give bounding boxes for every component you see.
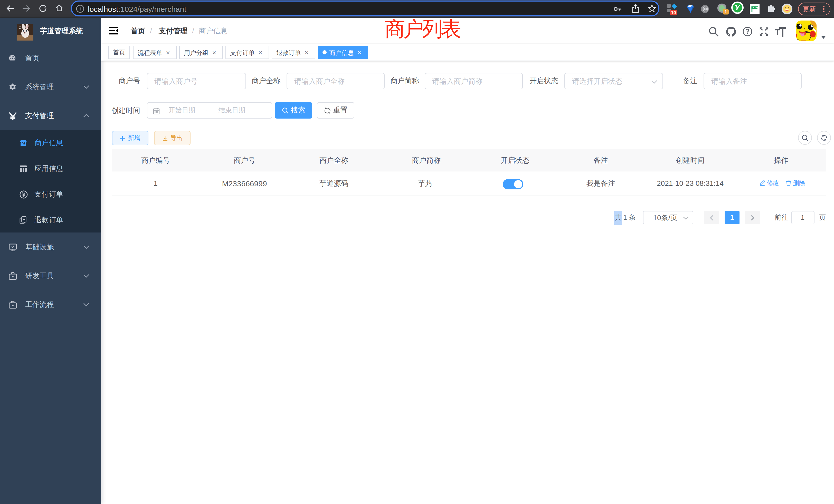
svg-text:10: 10 bbox=[671, 10, 676, 15]
svg-text:1: 1 bbox=[725, 10, 727, 14]
